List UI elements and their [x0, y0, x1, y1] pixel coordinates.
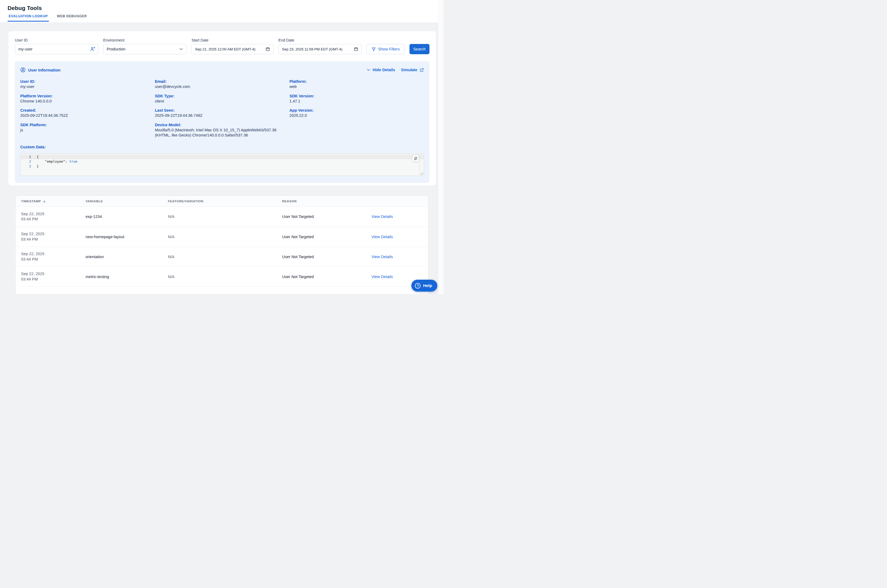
column-header-feature-variation[interactable]: FEATURE/VARIATION [162, 200, 277, 203]
feature-cell: N/A [162, 255, 277, 259]
timestamp-cell: Sep 22, 202503:44 PM [16, 272, 80, 282]
search-label: Search [413, 47, 426, 51]
user-information-title: User Information [20, 67, 60, 72]
timestamp-cell: Sep 22, 202503:44 PM [16, 212, 80, 222]
start-date-value: Sep 21, 2025 12:00 AM EDT (GMT-4) [195, 47, 256, 51]
copy-icon [413, 156, 418, 160]
info-field-app-version: App Version: 2025.22.0 [289, 108, 424, 118]
start-date-input[interactable]: Sep 21, 2025 12:00 AM EDT (GMT-4) [191, 44, 274, 54]
chevron-down-icon [366, 68, 371, 72]
search-button[interactable]: Search [409, 44, 430, 54]
info-field-email: Email: user@devcycle.com [155, 79, 290, 90]
table-header: TIMESTAMP VARIABLE FEATURE/VARIATION REA… [16, 196, 428, 207]
custom-data-section: Custom Data: 1{ 2 "employee": true 3} [20, 145, 424, 176]
reason-cell: User Not Targeted [277, 255, 366, 259]
simulate-button[interactable]: Simulate [401, 68, 424, 72]
column-header-reason[interactable]: REASON [277, 200, 366, 203]
info-field-sdk-type: SDK Type: client [155, 94, 290, 104]
table-row: Sep 22, 202503:44 PM exp-1234 N/A User N… [16, 207, 428, 226]
hide-details-button[interactable]: Hide Details [366, 68, 395, 72]
feature-cell: N/A [162, 274, 277, 279]
page-scrollbar[interactable] [438, 0, 444, 294]
variable-cell: new-homepage-layout [80, 235, 162, 239]
environment-label: Environment [103, 38, 186, 43]
sort-desc-icon [42, 200, 46, 203]
table-row: Sep 22, 2025 togglebot-speed Hello Toggl… [16, 286, 428, 294]
evaluations-table: TIMESTAMP VARIABLE FEATURE/VARIATION REA… [15, 195, 428, 294]
info-field-last-seen: Last Seen: 2025-09-22T19:44:36.749Z [155, 108, 290, 118]
page-title: Debug Tools [8, 4, 444, 12]
info-field-platform-version: Platform Version: Chrome 140.0.0.0 [20, 94, 155, 104]
end-date-field: End Date Sep 23, 2025 11:59 PM EDT (GMT-… [278, 38, 362, 54]
user-info-grid: User ID: my-user Email: user@devcycle.co… [20, 79, 424, 138]
environment-value: Production [107, 47, 125, 51]
info-field-sdk-platform: SDK Platform: js [20, 123, 155, 138]
timestamp-cell: Sep 22, 202503:44 PM [16, 231, 80, 242]
show-filters-label: Show Filters [378, 47, 400, 51]
calendar-icon [265, 46, 270, 51]
end-date-value: Sep 23, 2025 11:59 PM EDT (GMT-4) [282, 47, 343, 51]
resize-handle[interactable] [420, 172, 423, 175]
table-row: Sep 22, 202503:44 PM orientation N/A Use… [16, 246, 428, 267]
environment-select[interactable]: Production [103, 44, 186, 54]
code-line: 1{ [21, 154, 424, 159]
table-row: Sep 22, 202503:44 PM new-homepage-layout… [16, 226, 428, 246]
environment-field: Environment Production [103, 38, 186, 54]
info-field-user-id: User ID: my-user [20, 79, 155, 90]
info-field-created: Created: 2025-09-22T19:44:36.752Z [20, 108, 155, 118]
code-line: 2 "employee": true [21, 159, 424, 164]
info-field-sdk-version: SDK Version: 1.47.1 [289, 94, 424, 104]
user-id-input[interactable] [18, 47, 90, 51]
custom-data-label: Custom Data: [20, 145, 424, 150]
person-add-icon[interactable] [90, 46, 95, 52]
info-field-platform: Platform: web [289, 79, 424, 90]
custom-data-editor[interactable]: 1{ 2 "employee": true 3} [20, 153, 424, 176]
copy-button[interactable] [412, 155, 419, 162]
end-date-label: End Date [278, 38, 362, 43]
view-details-link[interactable]: View Details [366, 255, 428, 259]
timestamp-cell: Sep 22, 202503:44 PM [16, 251, 80, 262]
tab-web-debugger[interactable]: WEB DEBUGGER [56, 14, 88, 22]
column-header-timestamp[interactable]: TIMESTAMP [16, 200, 80, 203]
view-details-link[interactable]: View Details [366, 214, 428, 219]
help-button[interactable]: ? Help [411, 280, 437, 292]
variable-cell: exp-1234 [80, 214, 162, 219]
funnel-icon [371, 47, 376, 51]
evaluation-lookup-card: User ID Environment Production [8, 31, 436, 186]
start-date-field: Start Date Sep 21, 2025 12:00 AM EDT (GM… [191, 38, 274, 54]
chevron-down-icon [179, 46, 183, 51]
user-id-field: User ID [15, 38, 98, 54]
question-circle-icon: ? [415, 283, 421, 289]
end-date-input[interactable]: Sep 23, 2025 11:59 PM EDT (GMT-4) [278, 44, 362, 54]
filter-row: User ID Environment Production [15, 38, 430, 54]
feature-cell: N/A [162, 235, 277, 239]
feature-cell: N/A [162, 214, 277, 219]
user-id-label: User ID [15, 38, 98, 43]
show-filters-button[interactable]: Show Filters [367, 44, 404, 54]
variable-cell: orientation [80, 255, 162, 259]
reason-cell: User Not Targeted [277, 214, 366, 219]
start-date-label: Start Date [191, 38, 274, 43]
calendar-icon [353, 46, 358, 51]
tab-evaluation-lookup[interactable]: EVALUATION LOOKUP [8, 14, 49, 22]
user-circle-icon [20, 67, 26, 72]
column-header-variable[interactable]: VARIABLE [80, 200, 162, 203]
top-bar: Debug Tools EVALUATION LOOKUP WEB DEBUGG… [0, 0, 444, 22]
tab-bar: EVALUATION LOOKUP WEB DEBUGGER [8, 14, 444, 22]
view-details-link[interactable]: View Details [366, 235, 428, 239]
reason-cell: User Not Targeted [277, 274, 366, 279]
table-row: Sep 22, 202503:44 PM metric-testing N/A … [16, 267, 428, 286]
user-information-panel: User Information Hide Details Simulate [15, 61, 430, 183]
info-field-device-model: Device Model: Mozilla/5.0 (Macintosh; In… [155, 123, 290, 138]
external-link-icon [419, 68, 424, 72]
code-line: 3} [21, 164, 424, 169]
view-details-link[interactable]: View Details [366, 274, 428, 279]
variable-cell: metric-testing [80, 274, 162, 279]
help-label: Help [423, 283, 432, 288]
reason-cell: User Not Targeted [277, 235, 366, 239]
